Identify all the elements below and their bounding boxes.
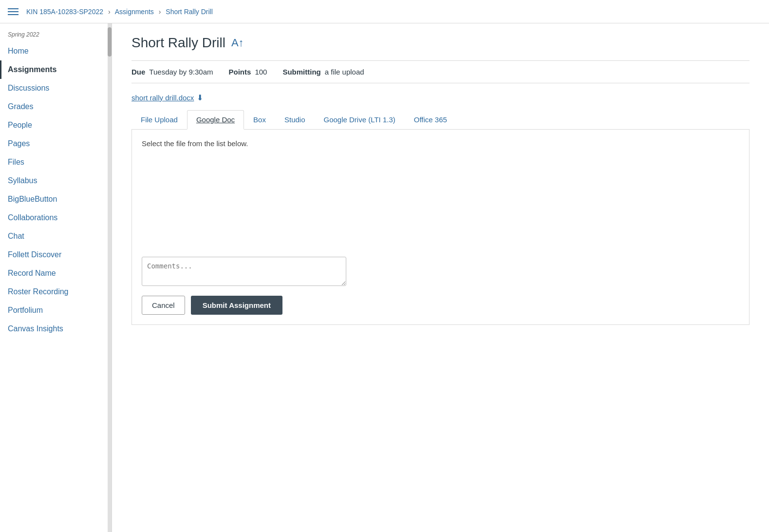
sidebar-item-portfolium[interactable]: Portfolium: [0, 301, 112, 320]
submission-tabs: File UploadGoogle DocBoxStudioGoogle Dri…: [131, 110, 750, 130]
submit-assignment-button[interactable]: Submit Assignment: [191, 296, 282, 315]
file-list-area: [142, 155, 739, 253]
sidebar-item-collaborations[interactable]: Collaborations: [0, 209, 112, 227]
sidebar-nav: HomeAssignmentsDiscussionsGradesPeoplePa…: [0, 42, 112, 338]
submitting-label: Submitting: [282, 68, 320, 76]
sidebar-item-bigbluebutton[interactable]: BigBlueButton: [0, 190, 112, 209]
breadcrumb-assignments[interactable]: Assignments: [115, 8, 154, 16]
sidebar-item-roster-recording[interactable]: Roster Recording: [0, 283, 112, 301]
topbar: KIN 185A-10283-SP2022 › Assignments › Sh…: [0, 0, 769, 23]
tab-google-drive[interactable]: Google Drive (LTI 1.3): [315, 110, 405, 129]
meta-submitting: Submitting a file upload: [282, 68, 364, 76]
hamburger-menu[interactable]: [8, 8, 19, 15]
breadcrumb-sep-1: ›: [108, 8, 111, 16]
submission-hint: Select the file from the list below.: [142, 139, 739, 148]
file-download-row: short rally drill.docx ⬇: [131, 93, 750, 102]
breadcrumb-course[interactable]: KIN 185A-10283-SP2022: [26, 8, 103, 16]
meta-points: Points 100: [229, 68, 267, 76]
sidebar-item-pages[interactable]: Pages: [0, 134, 112, 153]
sidebar-item-syllabus[interactable]: Syllabus: [0, 171, 112, 190]
sidebar-scrollbar-thumb: [108, 27, 112, 57]
page-title: Short Rally Drill: [131, 35, 225, 51]
breadcrumb-current: Short Rally Drill: [166, 8, 212, 16]
sidebar-item-canvas-insights[interactable]: Canvas Insights: [0, 320, 112, 338]
submitting-value: a file upload: [325, 68, 364, 76]
sidebar-item-follett-discover[interactable]: Follett Discover: [0, 246, 112, 264]
tab-google-doc[interactable]: Google Doc: [187, 110, 244, 130]
tab-office-365[interactable]: Office 365: [405, 110, 456, 129]
sidebar-item-discussions[interactable]: Discussions: [0, 79, 112, 97]
file-download-link[interactable]: short rally drill.docx: [131, 94, 194, 102]
breadcrumb-sep-2: ›: [159, 8, 161, 16]
tab-studio[interactable]: Studio: [275, 110, 315, 129]
points-label: Points: [229, 68, 251, 76]
points-value: 100: [255, 68, 267, 76]
tab-file-upload[interactable]: File Upload: [131, 110, 187, 129]
breadcrumb: KIN 185A-10283-SP2022 › Assignments › Sh…: [26, 8, 213, 16]
comments-input[interactable]: [142, 257, 346, 286]
sidebar-item-chat[interactable]: Chat: [0, 227, 112, 246]
assignment-meta: Due Tuesday by 9:30am Points 100 Submitt…: [131, 60, 750, 83]
page-title-row: Short Rally Drill A↑: [131, 35, 750, 51]
meta-due: Due Tuesday by 9:30am: [131, 68, 213, 76]
download-icon[interactable]: ⬇: [197, 93, 203, 102]
tab-box[interactable]: Box: [244, 110, 275, 129]
sidebar-item-people[interactable]: People: [0, 116, 112, 134]
mastery-icon: A↑: [231, 37, 244, 49]
cancel-button[interactable]: Cancel: [142, 296, 185, 315]
sidebar-item-grades[interactable]: Grades: [0, 97, 112, 116]
main-content: Short Rally Drill A↑ Due Tuesday by 9:30…: [112, 23, 769, 532]
layout: Spring 2022 HomeAssignmentsDiscussionsGr…: [0, 23, 769, 532]
action-buttons: Cancel Submit Assignment: [142, 296, 739, 315]
sidebar-item-record-name[interactable]: Record Name: [0, 264, 112, 283]
sidebar-item-files[interactable]: Files: [0, 153, 112, 171]
sidebar: Spring 2022 HomeAssignmentsDiscussionsGr…: [0, 23, 112, 532]
due-value: Tuesday by 9:30am: [149, 68, 213, 76]
sidebar-item-assignments[interactable]: Assignments: [0, 60, 112, 79]
due-label: Due: [131, 68, 145, 76]
sidebar-item-home[interactable]: Home: [0, 42, 112, 60]
sidebar-season: Spring 2022: [0, 29, 112, 42]
sidebar-scrollbar[interactable]: [108, 23, 112, 532]
submission-area: Select the file from the list below. Can…: [131, 130, 750, 325]
